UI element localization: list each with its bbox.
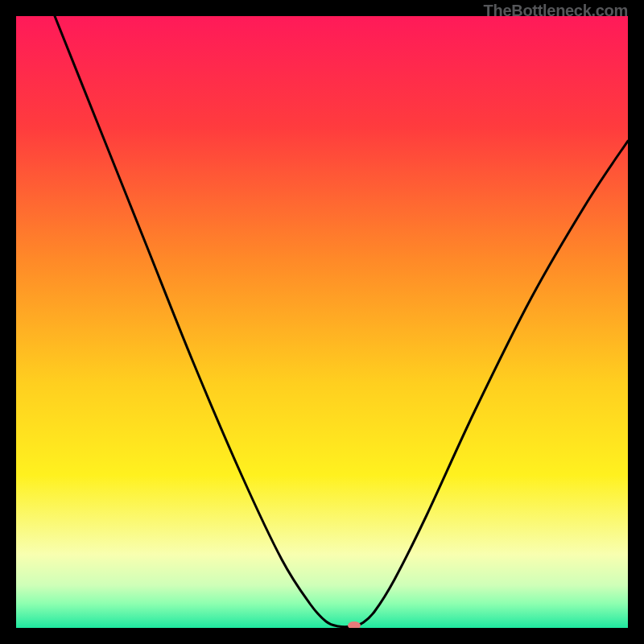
optimum-marker [348,621,361,628]
attribution-text: TheBottleneck.com [484,2,628,20]
outer-frame: TheBottleneck.com [0,0,644,644]
bottleneck-curve [55,16,628,627]
curve-layer [16,16,628,628]
